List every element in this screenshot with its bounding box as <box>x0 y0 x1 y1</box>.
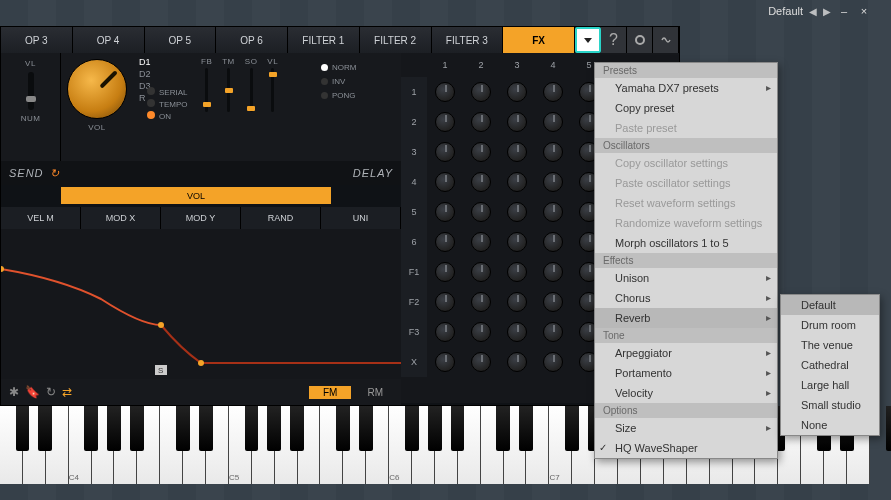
mod-rand[interactable]: RAND <box>241 207 321 229</box>
matrix-knob-4-1[interactable] <box>435 172 455 192</box>
matrix-knob-4-3[interactable] <box>507 172 527 192</box>
matrix-knob-1-2[interactable] <box>471 82 491 102</box>
matrix-knob-1-3[interactable] <box>507 82 527 102</box>
matrix-knob-3-2[interactable] <box>471 142 491 162</box>
matrix-knob-F3-2[interactable] <box>471 322 491 342</box>
mod-y[interactable]: MOD Y <box>161 207 241 229</box>
black-key[interactable] <box>199 406 213 451</box>
matrix-knob-2-2[interactable] <box>471 112 491 132</box>
menu-item-portamento[interactable]: Portamento▸ <box>595 363 777 383</box>
menu-item-hq-waveshaper[interactable]: HQ WaveShaper✓ <box>595 438 777 458</box>
tab-filter3[interactable]: FILTER 3 <box>432 27 504 53</box>
matrix-knob-F3-3[interactable] <box>507 322 527 342</box>
menu-item-chorus[interactable]: Chorus▸ <box>595 288 777 308</box>
black-key[interactable] <box>176 406 190 451</box>
matrix-knob-1-1[interactable] <box>435 82 455 102</box>
vol-knob[interactable] <box>67 59 127 119</box>
matrix-knob-5-3[interactable] <box>507 202 527 222</box>
mod-uni[interactable]: UNI <box>321 207 401 229</box>
tab-filter2[interactable]: FILTER 2 <box>360 27 432 53</box>
black-key[interactable] <box>359 406 373 451</box>
preset-next-icon[interactable]: ▶ <box>823 6 831 17</box>
matrix-knob-F1-2[interactable] <box>471 262 491 282</box>
black-key[interactable] <box>428 406 442 451</box>
close-icon[interactable]: × <box>857 5 871 17</box>
matrix-knob-6-3[interactable] <box>507 232 527 252</box>
menu-item-copy-preset[interactable]: Copy preset <box>595 98 777 118</box>
submenu-item-the-venue[interactable]: The venue <box>781 335 879 355</box>
help-icon[interactable]: ? <box>601 27 627 53</box>
mod-x[interactable]: MOD X <box>81 207 161 229</box>
envelope-graph[interactable]: S <box>1 229 401 379</box>
black-key[interactable] <box>519 406 533 451</box>
matrix-knob-F3-4[interactable] <box>543 322 563 342</box>
loop-icon[interactable]: ↻ <box>46 385 56 399</box>
menu-item-size[interactable]: Size▸ <box>595 418 777 438</box>
radio-serial[interactable]: SERIAL <box>147 87 187 99</box>
matrix-knob-X-4[interactable] <box>543 352 563 372</box>
matrix-knob-6-4[interactable] <box>543 232 563 252</box>
minimize-icon[interactable]: – <box>837 5 851 17</box>
tab-filter1[interactable]: FILTER 1 <box>288 27 360 53</box>
submenu-item-default[interactable]: Default <box>781 295 879 315</box>
matrix-knob-1-4[interactable] <box>543 82 563 102</box>
mini-so-slider[interactable] <box>250 68 253 112</box>
mod-velm[interactable]: VEL M <box>1 207 81 229</box>
waveform-icon[interactable] <box>653 27 679 53</box>
matrix-knob-4-4[interactable] <box>543 172 563 192</box>
menu-item-reverb[interactable]: Reverb▸ <box>595 308 777 328</box>
num-slider[interactable] <box>28 72 34 110</box>
black-key[interactable] <box>496 406 510 451</box>
submenu-item-none[interactable]: None <box>781 415 879 435</box>
black-key[interactable] <box>451 406 465 451</box>
tab-op5[interactable]: OP 5 <box>145 27 217 53</box>
vol-bar[interactable]: VOL <box>61 187 331 204</box>
d-item-1[interactable]: D1 <box>139 57 151 67</box>
matrix-knob-X-3[interactable] <box>507 352 527 372</box>
mini-tm-slider[interactable] <box>227 68 230 112</box>
matrix-knob-3-3[interactable] <box>507 142 527 162</box>
black-key[interactable] <box>107 406 121 451</box>
settings-icon[interactable] <box>627 27 653 53</box>
mode-inv[interactable]: INV <box>321 75 356 89</box>
black-key[interactable] <box>886 406 891 451</box>
matrix-knob-3-1[interactable] <box>435 142 455 162</box>
matrix-knob-5-1[interactable] <box>435 202 455 222</box>
matrix-knob-2-1[interactable] <box>435 112 455 132</box>
menu-item-yamaha-dx7-presets[interactable]: Yamaha DX7 presets▸ <box>595 78 777 98</box>
menu-item-arpeggiator[interactable]: Arpeggiator▸ <box>595 343 777 363</box>
matrix-knob-F1-1[interactable] <box>435 262 455 282</box>
matrix-knob-F1-4[interactable] <box>543 262 563 282</box>
radio-on[interactable]: ON <box>147 111 187 123</box>
matrix-knob-2-3[interactable] <box>507 112 527 132</box>
rm-button[interactable]: RM <box>357 386 393 399</box>
black-key[interactable] <box>84 406 98 451</box>
tab-op3[interactable]: OP 3 <box>1 27 73 53</box>
mode-norm[interactable]: NORM <box>321 61 356 75</box>
tab-op6[interactable]: OP 6 <box>216 27 288 53</box>
matrix-knob-3-4[interactable] <box>543 142 563 162</box>
mode-pong[interactable]: PONG <box>321 89 356 103</box>
matrix-knob-F2-3[interactable] <box>507 292 527 312</box>
radio-tempo[interactable]: TEMPO <box>147 99 187 111</box>
matrix-knob-2-4[interactable] <box>543 112 563 132</box>
matrix-knob-F3-1[interactable] <box>435 322 455 342</box>
matrix-knob-F2-1[interactable] <box>435 292 455 312</box>
black-key[interactable] <box>38 406 52 451</box>
matrix-knob-F1-3[interactable] <box>507 262 527 282</box>
submenu-item-drum-room[interactable]: Drum room <box>781 315 879 335</box>
submenu-item-cathedral[interactable]: Cathedral <box>781 355 879 375</box>
matrix-knob-F2-4[interactable] <box>543 292 563 312</box>
black-key[interactable] <box>290 406 304 451</box>
send-arrow-icon[interactable]: ↻ <box>50 167 60 180</box>
options-dropdown-icon[interactable] <box>575 27 601 53</box>
black-key[interactable] <box>565 406 579 451</box>
black-key[interactable] <box>405 406 419 451</box>
mini-fb-slider[interactable] <box>205 68 208 112</box>
black-key[interactable] <box>267 406 281 451</box>
snap-icon[interactable]: ✱ <box>9 385 19 399</box>
submenu-item-large-hall[interactable]: Large hall <box>781 375 879 395</box>
tab-op4[interactable]: OP 4 <box>73 27 145 53</box>
matrix-knob-X-2[interactable] <box>471 352 491 372</box>
mini-vl-slider[interactable] <box>271 68 274 112</box>
